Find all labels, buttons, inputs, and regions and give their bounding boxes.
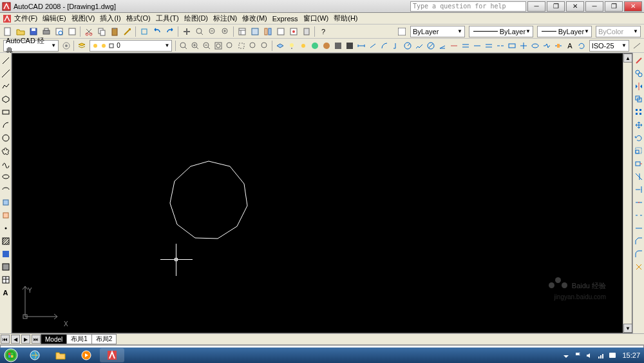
start-button[interactable] [0,348,22,363]
join-icon[interactable] [633,222,645,234]
zoom-in-icon[interactable] [190,40,200,52]
cut-icon[interactable] [83,26,95,37]
rectangle-icon[interactable] [0,106,12,118]
plotstyle-combo[interactable]: ByColor▼ [596,26,641,37]
dim-aligned-icon[interactable] [368,40,378,52]
redo-icon[interactable] [164,26,176,37]
dim-space-icon[interactable] [484,40,494,52]
tab-first-icon[interactable]: ⏮ [1,335,10,344]
menu-dimension[interactable]: 标注(N) [213,14,237,23]
line-icon[interactable] [0,55,12,66]
tool-palettes-icon[interactable] [262,26,274,37]
revcloud-icon[interactable] [0,145,12,157]
sun-icon[interactable] [298,40,308,52]
copy-obj-icon[interactable] [633,68,645,79]
doc-close-button[interactable]: ✕ [566,1,584,12]
ellipse-arc-icon[interactable] [0,184,12,195]
close-button[interactable]: ✕ [624,1,642,12]
dim-baseline-icon[interactable] [460,40,471,52]
design-center-icon[interactable] [249,26,261,37]
clock[interactable]: 15:27 [622,351,640,359]
explode-icon[interactable] [633,261,645,273]
tray-ime-icon[interactable] [608,351,617,360]
insert-block-icon[interactable] [0,197,12,208]
tab-next-icon[interactable]: ▶ [21,335,30,344]
tray-notify-icon[interactable] [562,351,571,360]
tray-speaker-icon[interactable] [585,351,594,360]
advanced-render-icon[interactable] [345,40,355,52]
calc-icon[interactable] [301,26,312,37]
undo-icon[interactable] [151,26,163,37]
copy-icon[interactable] [96,26,108,37]
workspace-combo[interactable]: AutoCAD 经典▼ [3,40,59,52]
layer-iso-icon[interactable] [275,40,285,52]
tolerance-icon[interactable] [507,40,517,52]
table-icon[interactable] [0,274,12,286]
menu-window[interactable]: 窗口(W) [303,14,329,23]
break-icon[interactable] [633,210,645,221]
circle-icon[interactable] [0,132,12,144]
dim-update-icon[interactable] [576,40,587,52]
hatch-icon[interactable] [0,235,12,247]
move-icon[interactable] [633,119,645,131]
render-icon[interactable] [310,40,320,52]
fillet-icon[interactable] [633,248,645,260]
tray-network-icon[interactable] [596,351,605,360]
menu-view[interactable]: 视图(V) [71,14,95,23]
dim-quick-icon[interactable] [449,40,459,52]
pan-icon[interactable] [181,26,193,37]
mirror-icon[interactable] [633,81,645,92]
make-block-icon[interactable] [0,210,12,221]
zoom-object-icon[interactable] [260,40,270,52]
dim-arc-icon[interactable] [379,40,390,52]
erase-icon[interactable] [633,55,645,66]
menu-file[interactable]: 文件(F) [14,14,37,23]
plot-preview-icon[interactable] [53,26,65,37]
tray-flag-icon[interactable] [573,351,582,360]
doc-restore-button[interactable]: ❐ [547,1,565,12]
point-icon[interactable] [0,222,12,234]
menu-express[interactable]: Express [272,15,298,23]
task-autocad[interactable] [100,348,124,362]
dimstyle-combo[interactable]: ISO-25▼ [589,40,629,52]
render-env-icon[interactable] [333,40,343,52]
menu-tools[interactable]: 工具(T) [156,14,179,23]
scale-icon[interactable] [633,145,645,157]
vertical-scrollbar[interactable]: ▲ ▼ [623,54,632,333]
polyline-icon[interactable] [0,81,12,92]
doc-min-button[interactable]: ─ [527,1,545,12]
linetype-combo[interactable]: ByLayer▼ [469,26,533,37]
zoom-realtime-icon[interactable] [194,26,205,37]
task-media[interactable] [74,348,99,362]
light-icon[interactable] [287,40,297,52]
task-ie[interactable] [23,348,47,362]
stretch-icon[interactable] [633,158,645,170]
paste-icon[interactable] [109,26,120,37]
menu-edit[interactable]: 编辑(E) [43,14,66,23]
ellipse-icon[interactable] [0,171,12,182]
tab-layout1[interactable]: 布局1 [66,334,92,344]
help-search-input[interactable] [410,1,526,12]
arc-icon[interactable] [0,119,12,131]
dim-break-icon[interactable] [495,40,506,52]
restore-button[interactable]: ❐ [605,1,623,12]
workspace-settings-icon[interactable] [61,40,71,52]
zoom-scale-icon[interactable] [248,40,258,52]
dim-ordinate-icon[interactable] [391,40,401,52]
offset-icon[interactable] [633,93,645,105]
menu-format[interactable]: 格式(O) [126,14,151,23]
tab-model[interactable]: Model [41,334,67,344]
tab-prev-icon[interactable]: ◀ [11,335,20,344]
help-icon[interactable]: ? [317,26,329,37]
drawing-canvas[interactable]: Y X ▲ ▼ Baidu 经验 jingyan.baidu.com [12,53,632,333]
block-editor-icon[interactable] [138,26,150,37]
dim-angular-icon[interactable] [437,40,448,52]
zoom-previous-icon[interactable] [207,26,218,37]
zoom-dynamic-icon[interactable] [236,40,247,52]
menu-insert[interactable]: 插入(I) [100,14,120,23]
dimstyle-icon[interactable] [632,40,642,52]
dim-inspect-icon[interactable] [530,40,540,52]
zoom-all-icon[interactable] [213,40,223,52]
region-icon[interactable] [0,261,12,273]
rotate-icon[interactable] [633,132,645,144]
